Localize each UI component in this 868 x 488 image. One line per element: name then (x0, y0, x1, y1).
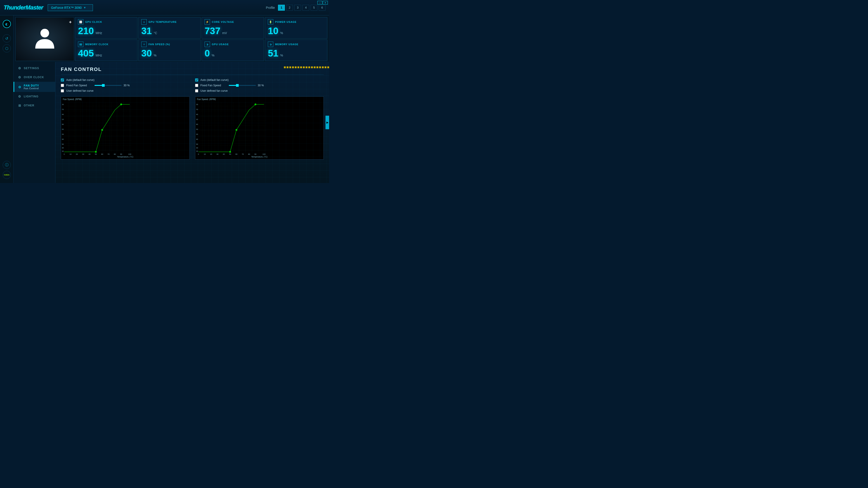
svg-point-51 (236, 129, 237, 131)
profile-btn-2[interactable]: 2 (286, 5, 293, 11)
gpu-selector[interactable]: GeForce RTX™ 3090 ▼ (48, 4, 93, 11)
sidebar-item-settings[interactable]: ⚙ SETTINGS (13, 64, 55, 73)
svg-point-26 (120, 103, 122, 105)
shape-icon[interactable]: ⬡ (3, 44, 11, 53)
svg-text:2450: 2450 (62, 128, 64, 130)
other-label: OTHER (24, 104, 34, 107)
yellow-strip-decoration (284, 66, 329, 68)
fan1-auto-checkbox[interactable] (61, 78, 64, 82)
svg-text:3140: 3140 (62, 113, 64, 116)
core-voltage-label: CORE VOLTAGE (212, 21, 234, 23)
power-icon[interactable]: ◐ (3, 20, 11, 28)
fan2-fixed-label: Fixed Fan Speed (200, 84, 221, 87)
fan2-auto-checkbox[interactable] (195, 78, 198, 82)
svg-text:80: 80 (248, 153, 250, 155)
fan2-chart-svg: 3600 3370 3140 2910 2680 2450 2220 1990 … (196, 101, 269, 155)
fan-controls-grid: Auto (default fan curve) Fixed Fan Speed… (61, 78, 324, 160)
fan-speed-value: 30 (141, 48, 152, 58)
lighting-label: LIGHTING (24, 95, 38, 98)
gpu-dropdown-arrow: ▼ (84, 6, 86, 9)
stat-card-power-usage: 🔋 POWER USAGE 10 % (265, 17, 327, 39)
fan-speed-icon: ✳ (141, 41, 147, 47)
add-gpu-icon[interactable]: + (69, 20, 72, 25)
fan2-auto-option: Auto (default fan curve) (195, 78, 324, 82)
svg-text:30: 30 (216, 153, 218, 155)
svg-text:70: 70 (107, 153, 110, 155)
svg-text:0: 0 (64, 153, 65, 155)
svg-point-50 (229, 151, 231, 153)
stat-card-gpu-clock: ⬜ GPU CLOCK 210 MHz (75, 17, 137, 39)
svg-text:50: 50 (95, 153, 97, 155)
svg-text:1760: 1760 (196, 143, 198, 145)
profile-btn-5[interactable]: 5 (311, 5, 317, 11)
fan2-fixed-option: Fixed Fan Speed 30 % (195, 84, 324, 87)
svg-text:3370: 3370 (196, 108, 198, 110)
gpu-usage-unit: % (212, 54, 214, 57)
fan1-user-option: User defined fan curve (61, 89, 190, 92)
profile-btn-4[interactable]: 4 (303, 5, 309, 11)
fan2-user-option: User defined fan curve (195, 89, 324, 92)
sidebar-item-overclock[interactable]: ⚙ OVER CLOCK (13, 73, 55, 82)
stats-grid: + ⬜ GPU CLOCK 210 MHz 🌡 GPU TEMPERATURE (13, 15, 329, 62)
svg-text:1530: 1530 (62, 147, 64, 149)
svg-text:20: 20 (76, 153, 78, 155)
svg-text:3600: 3600 (62, 103, 64, 105)
mem-clock-unit: MHz (96, 54, 102, 57)
minimize-button[interactable]: — (317, 1, 322, 4)
settings-icon: ⚙ (18, 66, 22, 70)
mem-clock-label: MEMORY CLOCK (85, 43, 108, 46)
sidebar-item-other[interactable]: ⊞ OTHER (13, 101, 55, 110)
fan-duty-icon: ⊙ (18, 85, 22, 89)
main-layout: ◐ ↺ ⬡ ⓘ NVIDIA (0, 15, 329, 183)
profile-btn-1[interactable]: 1 (278, 5, 285, 11)
reset-icon[interactable]: ↺ (3, 34, 11, 42)
fan2-user-checkbox[interactable] (195, 89, 198, 92)
svg-text:3140: 3140 (196, 113, 198, 116)
svg-text:2450: 2450 (196, 128, 198, 130)
fan1-user-checkbox[interactable] (61, 89, 64, 92)
fan-speed-label: FAN SPEED (%) (149, 43, 170, 46)
svg-text:3600: 3600 (196, 103, 198, 105)
profile-btn-6[interactable]: 6 (319, 5, 326, 11)
nvidia-icon[interactable]: NVIDIA (3, 171, 11, 179)
fan1-chart-title: Fan Speed. (RPM) (62, 98, 188, 101)
svg-text:40: 40 (223, 153, 225, 155)
content-area: + ⬜ GPU CLOCK 210 MHz 🌡 GPU TEMPERATURE (13, 15, 329, 183)
fan-speed-unit: % (154, 54, 156, 57)
icon-sidebar: ◐ ↺ ⬡ ⓘ NVIDIA (0, 15, 13, 183)
overclock-label: OVER CLOCK (24, 76, 44, 79)
svg-text:100: 100 (262, 153, 266, 155)
overclock-icon: ⚙ (18, 75, 22, 79)
fan2-chart-x-label: Temperature, (°C) (196, 155, 323, 158)
stat-card-mem-clock: ▓▓ MEMORY CLOCK 405 MHz (75, 39, 137, 61)
svg-text:30: 30 (82, 153, 84, 155)
sidebar-item-fan-duty[interactable]: ⊙ FAN DUTY Fan Control (13, 82, 55, 92)
fan1-auto-label: Auto (default fan curve) (66, 78, 94, 82)
fan2-chart-title: Fan Speed. (RPM) (196, 98, 323, 101)
svg-text:2910: 2910 (62, 119, 64, 121)
scroll-indicator[interactable]: ▶ (326, 116, 329, 129)
sidebar-item-lighting[interactable]: ⚙ LIGHTING (13, 92, 55, 101)
fan2-fixed-checkbox[interactable] (195, 84, 198, 87)
core-voltage-value: 737 (205, 26, 220, 36)
svg-text:100: 100 (128, 153, 131, 155)
svg-text:60: 60 (101, 153, 103, 155)
fan2-speed-value: 30 % (258, 84, 265, 87)
power-usage-unit: % (280, 31, 283, 35)
svg-text:1530: 1530 (196, 147, 198, 149)
gpu-silhouette (31, 26, 58, 53)
gpu-usage-value: 0 (205, 48, 210, 58)
svg-text:80: 80 (114, 153, 116, 155)
fan1-fixed-checkbox[interactable] (61, 84, 64, 87)
fan1-speed-slider[interactable] (94, 85, 122, 86)
mem-usage-value: 51 (268, 48, 278, 58)
stat-card-mem-usage: ◑ MEMORY USAGE 51 % (265, 39, 327, 61)
svg-text:10: 10 (70, 153, 72, 155)
close-button[interactable]: ✕ (323, 1, 328, 4)
info-icon[interactable]: ⓘ (3, 161, 11, 169)
power-usage-icon: 🔋 (268, 19, 273, 25)
gpu-clock-unit: MHz (96, 31, 102, 35)
svg-text:1300: 1300 (196, 150, 198, 152)
fan2-speed-slider[interactable] (229, 85, 256, 86)
profile-btn-3[interactable]: 3 (294, 5, 301, 11)
